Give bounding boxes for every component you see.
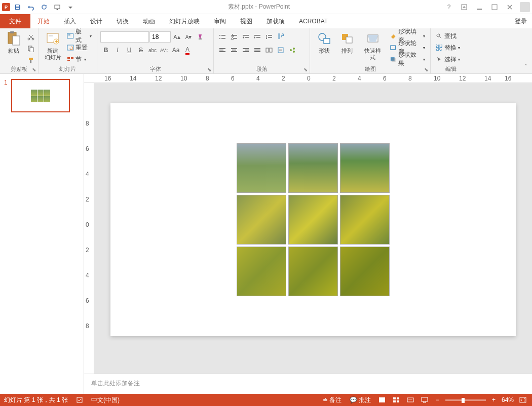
bullets-button[interactable] [217,31,228,43]
tab-file[interactable]: 文件 [0,14,30,28]
zoom-in-button[interactable]: + [490,396,498,403]
justify-button[interactable] [252,45,263,56]
undo-button[interactable] [25,2,36,13]
reset-button[interactable]: 重置 [65,42,94,53]
change-case-button[interactable]: Aa [170,45,181,56]
increase-font-button[interactable]: A▴ [171,31,182,43]
char-spacing-button[interactable]: AV↕ [159,45,170,56]
decrease-font-button[interactable]: A▾ [183,31,194,43]
shape-effects-button[interactable]: 形状效果▾ [388,54,427,65]
paragraph-launcher[interactable]: ⬊ [302,66,309,72]
tab-addins[interactable]: 加载项 [259,14,292,28]
tab-animations[interactable]: 动画 [136,14,162,28]
slide-canvas-area[interactable] [94,83,532,374]
notes-pane[interactable]: 单击此处添加备注 [84,374,532,394]
image-tile-4[interactable] [237,195,286,245]
line-spacing-button[interactable] [263,31,275,43]
slide[interactable] [110,103,516,336]
help-button[interactable]: ? [442,2,456,13]
collapse-ribbon-button[interactable]: ˆ [522,63,530,71]
section-button[interactable]: 节▾ [65,54,94,65]
text-direction-button[interactable]: ‖A [275,31,286,43]
image-tile-2[interactable] [288,143,338,193]
login-button[interactable]: 登录 [515,14,532,28]
sorter-view-button[interactable] [391,396,401,404]
shadow-button[interactable]: abc [147,45,158,56]
language-status[interactable]: 中文(中国) [91,396,120,404]
tab-insert[interactable]: 插入 [57,14,83,28]
qat-customize-button[interactable] [65,2,76,13]
align-left-button[interactable] [217,45,228,56]
start-slideshow-button[interactable] [52,2,63,13]
tab-design[interactable]: 设计 [83,14,109,28]
columns-button[interactable] [263,45,275,56]
image-tile-6[interactable] [340,195,390,245]
zoom-slider[interactable] [445,399,486,401]
normal-view-button[interactable] [377,396,387,404]
fit-to-window-button[interactable] [518,396,528,404]
image-tile-1[interactable] [237,143,286,193]
drawing-launcher[interactable]: ⬊ [423,66,429,72]
image-tile-5[interactable] [288,195,338,245]
replace-button[interactable]: abac替换▾ [434,42,462,53]
tab-acrobat[interactable]: ACROBAT [292,14,335,28]
horizontal-ruler[interactable]: 1614121086420246810121416 [84,74,532,83]
slide-thumbnail-1[interactable] [11,79,70,112]
maximize-button[interactable] [487,2,502,13]
notes-toggle-button[interactable]: ≐ 备注 [321,396,344,404]
tab-review[interactable]: 审阅 [207,14,233,28]
comments-toggle-button[interactable]: 💬 批注 [348,396,373,404]
tab-slideshow[interactable]: 幻灯片放映 [162,14,207,28]
zoom-level[interactable]: 64% [502,396,514,403]
new-slide-button[interactable]: 新建 幻灯片 [42,29,64,62]
ribbon-display-button[interactable] [457,2,471,13]
minimize-button[interactable] [472,2,486,13]
svg-rect-9 [13,36,20,45]
close-button[interactable] [503,2,517,13]
image-tile-8[interactable] [288,247,338,296]
tab-view[interactable]: 视图 [233,14,259,28]
numbering-button[interactable]: 12 [229,31,240,43]
font-color-button[interactable]: A [182,45,193,56]
font-launcher[interactable]: ⬊ [206,66,212,72]
svg-point-58 [293,51,295,53]
quick-styles-button[interactable]: 快速样式 [359,29,387,62]
image-tile-3[interactable] [340,143,390,193]
slideshow-view-button[interactable] [420,396,430,404]
clipboard-launcher[interactable]: ⬊ [31,66,37,72]
font-family-input[interactable] [100,31,149,43]
strikethrough-button[interactable]: S [135,45,146,56]
copy-button[interactable] [25,43,36,54]
increase-indent-button[interactable] [252,31,263,43]
save-button[interactable] [12,2,23,13]
cut-button[interactable] [25,31,36,43]
align-text-button[interactable] [275,45,286,56]
vertical-ruler[interactable]: 864202468 [84,83,94,374]
user-avatar[interactable] [520,2,530,12]
align-right-button[interactable] [240,45,251,56]
redo-button[interactable] [39,2,50,13]
shapes-button[interactable]: 形状 [313,29,335,55]
tab-transitions[interactable]: 切换 [109,14,136,28]
reading-view-button[interactable] [405,396,415,404]
clear-format-button[interactable] [195,31,206,43]
italic-button[interactable]: I [112,45,123,56]
image-tile-7[interactable] [237,247,286,296]
align-center-button[interactable] [229,45,240,56]
layout-button[interactable]: 版式▾ [65,30,94,42]
slide-thumbnail-panel[interactable]: 1 [0,74,84,394]
format-painter-button[interactable] [25,55,36,66]
decrease-indent-button[interactable] [240,31,251,43]
smartart-button[interactable] [287,45,298,56]
select-button[interactable]: 选择▾ [434,54,462,65]
font-size-input[interactable] [149,31,171,43]
zoom-out-button[interactable]: − [434,396,441,403]
spell-check-button[interactable] [74,396,85,403]
find-button[interactable]: 查找 [434,30,462,42]
bold-button[interactable]: B [100,45,111,56]
image-tile-9[interactable] [340,247,390,296]
paste-button[interactable]: 粘贴 [3,29,24,55]
arrange-button[interactable]: 排列 [336,29,358,55]
tab-home[interactable]: 开始 [30,14,57,28]
underline-button[interactable]: U [124,45,135,56]
